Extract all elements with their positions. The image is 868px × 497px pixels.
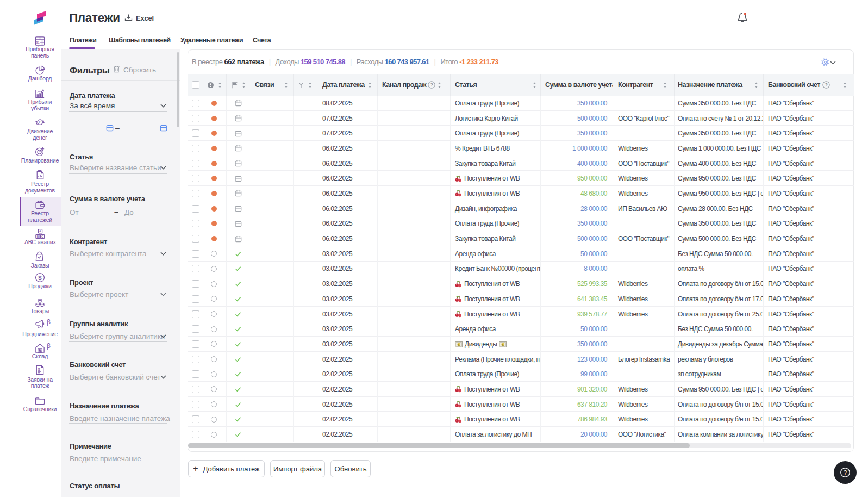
svg-text:P: P [39,120,41,125]
svg-text:?: ? [825,82,827,88]
svg-text:$: $ [38,367,40,372]
svg-text:31: 31 [36,41,39,44]
svg-text:B: B [37,235,39,238]
svg-text:A: A [39,229,41,233]
svg-text:?: ? [844,469,847,476]
svg-text:$: $ [38,275,42,281]
svg-text:C: C [41,235,43,238]
svg-text:?: ? [430,82,433,88]
